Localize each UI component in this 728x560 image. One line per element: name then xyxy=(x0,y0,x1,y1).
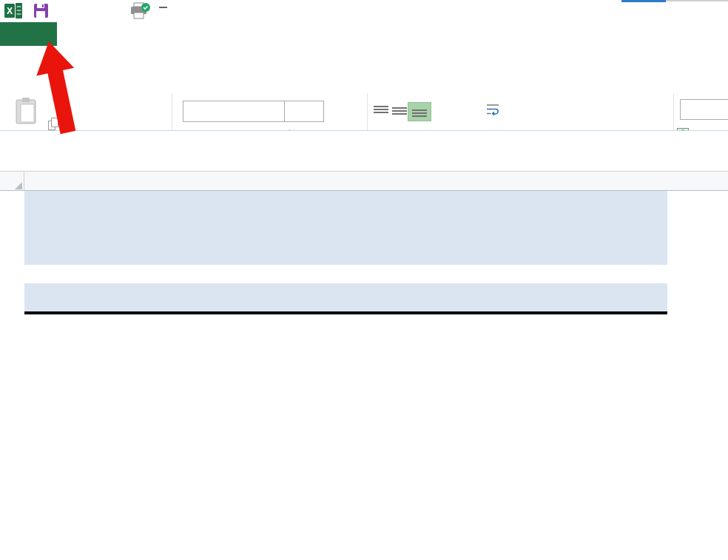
table-header-row[interactable] xyxy=(24,283,667,311)
customize-toolbar-icon[interactable] xyxy=(159,7,167,8)
svg-text:X: X xyxy=(7,6,13,16)
select-all-corner[interactable] xyxy=(0,172,24,190)
window-edge xyxy=(666,0,728,1)
header-cell-pagamento[interactable] xyxy=(141,283,492,311)
font-name-select[interactable] xyxy=(183,101,287,122)
save-icon[interactable] xyxy=(34,4,48,18)
file-tab[interactable] xyxy=(0,22,57,46)
window-edge-accent xyxy=(621,0,666,2)
paste-icon xyxy=(15,97,37,125)
header-cell-data[interactable] xyxy=(24,283,141,311)
copy-icon xyxy=(48,118,59,130)
align-bottom-icon xyxy=(412,106,427,118)
data-table[interactable] xyxy=(24,311,667,314)
column-header-strip xyxy=(0,172,728,191)
print-preview-icon[interactable] xyxy=(130,2,151,20)
select-all-triangle-icon xyxy=(15,182,22,189)
quick-access-toolbar: X xyxy=(0,0,728,22)
excel-logo-icon: X xyxy=(4,3,22,18)
number-format-select[interactable] xyxy=(680,99,728,120)
formula-bar xyxy=(0,131,728,172)
wrap-text-icon xyxy=(486,103,500,116)
font-size-select[interactable] xyxy=(284,101,324,122)
header-cell-vencimento[interactable] xyxy=(492,283,667,311)
align-middle-button[interactable] xyxy=(392,105,407,117)
ribbon-tab-bar xyxy=(0,22,728,46)
align-top-button[interactable] xyxy=(374,105,388,117)
sheet-title-cell[interactable] xyxy=(24,191,667,265)
align-bottom-button-selected[interactable] xyxy=(408,102,431,121)
ribbon xyxy=(0,46,728,130)
excel-window: X xyxy=(0,0,728,560)
